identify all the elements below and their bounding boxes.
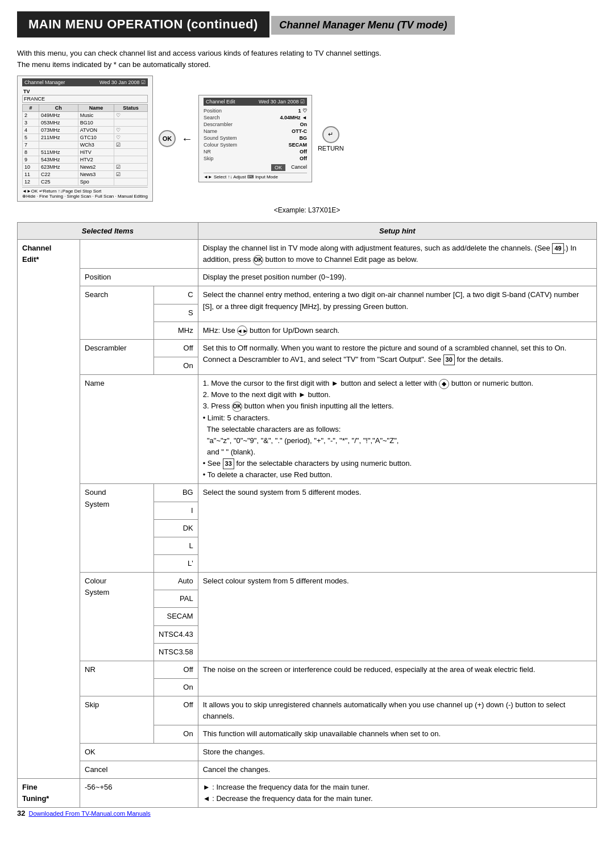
page-container: MAIN MENU OPERATION (continued) Channel … <box>0 0 614 829</box>
item-nr: NR <box>80 661 154 696</box>
hint-cancel: Cancel the changes. <box>198 761 596 778</box>
item-fine-tuning: -56~+56 <box>80 778 198 807</box>
table-row-fine-tuning: FineTuning* -56~+56 ► : Increase the fre… <box>18 778 597 807</box>
hint-colour-system: Select colour system from 5 different mo… <box>198 573 596 661</box>
table-row-position: Position Display the preset position num… <box>18 269 597 286</box>
ce-sound-row: Sound System BG <box>204 135 307 141</box>
sub-colour-ntsc443: NTSC4.43 <box>154 625 198 643</box>
ce-buttons: OK Cancel <box>204 164 307 171</box>
intro-line-2: The menu items indicated by * can be aut… <box>17 60 210 69</box>
ce-search-label: Search <box>204 115 220 120</box>
sub-search-s: S <box>154 304 198 322</box>
ce-name-val: OTT-C <box>292 128 307 134</box>
sub-search-c: C <box>154 286 198 304</box>
category-channel-edit: ChannelEdit* <box>18 240 80 779</box>
category-fine-tuning: FineTuning* <box>18 778 80 807</box>
footer-link[interactable]: Downloaded From TV-Manual.com Manuals <box>28 810 150 817</box>
sub-colour-pal: PAL <box>154 590 198 608</box>
ce-name-row: Name OTT-C <box>204 128 307 135</box>
sub-sound-bg: BG <box>154 484 198 502</box>
ok-circle-btn: OK <box>159 130 176 147</box>
sub-colour-secam: SECAM <box>154 608 198 625</box>
ce-skip-val: Off <box>300 156 307 161</box>
ce-descrambler-row: Descrambler On <box>204 121 307 128</box>
ce-title: Channel Edit <box>206 99 235 105</box>
section-heading: Channel Manager Menu (TV mode) <box>271 16 455 35</box>
ok-label: OK <box>163 135 172 142</box>
ref-30: 30 <box>443 354 455 365</box>
return-btn: ↵ <box>322 126 339 143</box>
ref-49: 49 <box>552 243 563 254</box>
item-search: Search <box>80 286 154 339</box>
table-row-cancel: Cancel Cancel the changes. <box>18 761 597 778</box>
sub-colour-ntsc358: NTSC3.58 <box>154 643 198 661</box>
ce-colour-val: SECAM <box>288 142 307 148</box>
cm-row: 5211MHzGTC10♡ <box>23 134 148 141</box>
ce-date: Wed 30 Jan 2008 ☑ <box>259 99 305 105</box>
sub-descrambler-on: On <box>154 357 198 374</box>
left-arrow-icon: ← <box>181 132 193 145</box>
cm-bottom-bar: ◄►OK ↵Return ↑↓Page Del Stop Sort <box>22 187 148 194</box>
lr-inline-btn: ◄► <box>237 326 247 336</box>
ce-name-label: Name <box>204 128 217 134</box>
table-row-sound-bg: SoundSystem BG Select the sound system f… <box>18 484 597 502</box>
hint-descrambler: Set this to Off normally. When you want … <box>198 339 596 374</box>
cm-row: 4073MHzATVON♡ <box>23 127 148 134</box>
sub-nr-on: On <box>154 678 198 696</box>
cm-col-status: Status <box>114 105 148 112</box>
hint-ok: Store the changes. <box>198 743 596 761</box>
main-title: MAIN MENU OPERATION (continued) <box>17 11 269 37</box>
sub-sound-i: I <box>154 502 198 519</box>
ce-colour-label: Colour System <box>204 142 237 148</box>
menu-screenshot-area: Channel Manager Wed 30 Jan 2008 ☑ TV FRA… <box>17 76 597 202</box>
table-row-channel-manager: ChannelEdit* Display the channel list in… <box>18 240 597 269</box>
ce-desc-val: On <box>300 122 307 127</box>
hint-search: Select the channel entry method, enterin… <box>198 286 596 322</box>
sub-sound-l: L <box>154 537 198 554</box>
item-colour-system: ColourSystem <box>80 573 154 661</box>
ce-cancel-btn: Cancel <box>291 164 307 171</box>
cm-row: 3053MHzBG10 <box>23 119 148 127</box>
cm-row: 12C25Spo <box>23 178 148 186</box>
ce-nr-val: Off <box>300 149 307 155</box>
hint-nr: The noise on the screen or interference … <box>198 661 596 696</box>
table-row-descrambler-off: Descrambler Off Set this to Off normally… <box>18 339 597 357</box>
diamond-btn: ◆ <box>439 379 449 389</box>
ce-desc-label: Descrambler <box>204 122 233 127</box>
col1-header: Selected Items <box>18 223 198 240</box>
sub-skip-on: On <box>154 725 198 743</box>
hint-position: Display the preset position number (0~19… <box>198 269 596 286</box>
cm-row: 10623MHzNews2☑ <box>23 164 148 171</box>
ce-sound-label: Sound System <box>204 135 237 141</box>
ce-nr-label: NR <box>204 149 211 155</box>
item-descrambler: Descrambler <box>80 339 154 374</box>
ce-search-row: Search 4.04MHz ◄ <box>204 114 307 121</box>
sub-nr-off: Off <box>154 661 198 678</box>
table-row-nr-off: NR Off The noise on the screen or interf… <box>18 661 597 678</box>
ce-pos-val: 1 ♡ <box>298 108 307 114</box>
hint-fine-tuning: ► : Increase the frequency data for the … <box>198 778 596 807</box>
table-row-skip-off: Skip Off It allows you to skip unregiste… <box>18 696 597 725</box>
ce-search-val: 4.04MHz ◄ <box>280 115 306 120</box>
ce-title-bar: Channel Edit Wed 30 Jan 2008 ☑ <box>204 98 307 106</box>
item-sound-system: SoundSystem <box>80 484 154 573</box>
cm-col-name: Name <box>78 105 114 112</box>
cm-channel-table: # Ch Name Status 2049MHzMusic♡ 3053MHzBG… <box>22 104 148 186</box>
channel-edit-screenshot: Channel Edit Wed 30 Jan 2008 ☑ Position … <box>198 95 312 182</box>
ok-inline-btn2: OK <box>232 402 242 412</box>
intro-line-1: With this menu, you can check channel li… <box>17 49 381 57</box>
sub-colour-auto: Auto <box>154 573 198 590</box>
table-row-ok: OK Store the changes. <box>18 743 597 761</box>
cm-col-num: # <box>23 105 39 112</box>
channel-manager-screenshot: Channel Manager Wed 30 Jan 2008 ☑ TV FRA… <box>17 76 153 202</box>
ok-inline-btn: OK <box>253 255 263 265</box>
sub-sound-lprime: L' <box>154 554 198 572</box>
fine-tuning-label: FineTuning* <box>22 783 49 803</box>
ce-sound-val: BG <box>299 135 307 141</box>
item-name: Name <box>80 375 198 484</box>
item-ok: OK <box>80 743 198 761</box>
cm-options: ⊕Hide · Fine Tuning · Single Scan · Full… <box>22 194 148 199</box>
ce-position-row: Position 1 ♡ <box>204 107 307 114</box>
hint-search-mhz: MHz: Use ◄► button for Up/Down search. <box>198 322 596 339</box>
page-number: 32 <box>17 809 25 817</box>
